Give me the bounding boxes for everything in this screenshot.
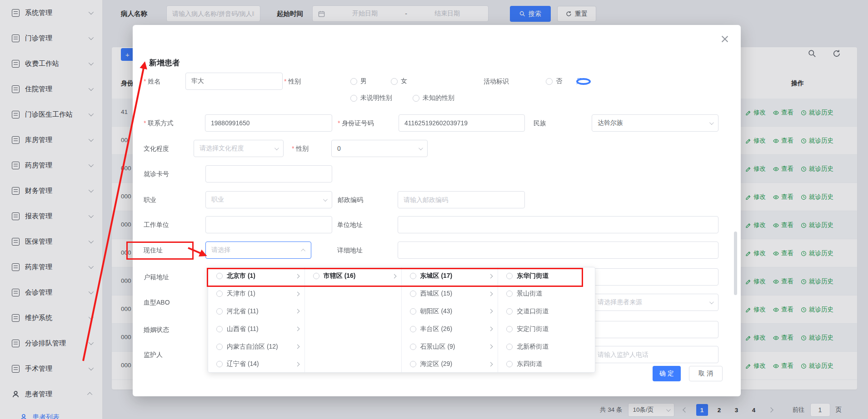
- gender-code-label: 性别: [292, 144, 309, 153]
- patient-source-select[interactable]: 请选择患者来源: [592, 294, 718, 311]
- cancel-button[interactable]: 取 消: [689, 366, 723, 381]
- gender-female-radio[interactable]: 女: [391, 77, 407, 86]
- cascader-option[interactable]: 东华门街道: [498, 267, 595, 285]
- radio-icon: [506, 308, 513, 315]
- current-address-label: 现住址: [144, 246, 163, 255]
- radio-icon: [410, 308, 416, 315]
- cascader-option[interactable]: 东四街道: [498, 355, 595, 372]
- confirm-button[interactable]: 确 定: [653, 366, 681, 381]
- cascader-option[interactable]: 河北省 (11): [208, 303, 304, 320]
- cascader-option[interactable]: 交道口街道: [498, 303, 595, 320]
- radio-icon: [216, 273, 223, 279]
- radio-icon: [410, 361, 416, 367]
- gender-unknown-radio[interactable]: 未知的性别: [413, 94, 454, 103]
- current-address-select[interactable]: 请选择: [205, 242, 311, 259]
- radio-icon: [350, 95, 357, 102]
- radio-icon: [216, 308, 223, 315]
- radio-icon: [350, 78, 357, 85]
- cascader-option[interactable]: 石景山区 (9): [402, 338, 498, 355]
- cascader-option[interactable]: 北京市 (1): [208, 267, 304, 285]
- cascader-option[interactable]: 北新桥街道: [498, 338, 595, 355]
- chevron-right-icon: [392, 274, 396, 278]
- radio-icon: [216, 326, 223, 332]
- cascader-option[interactable]: 山西省 (11): [208, 320, 304, 338]
- cascader-option[interactable]: 内蒙古自治区 (12): [208, 338, 304, 355]
- gender-code-select[interactable]: 0: [331, 140, 428, 157]
- chevron-down-icon: [274, 146, 279, 150]
- work-unit-input[interactable]: [205, 216, 332, 233]
- radio-icon: [410, 291, 416, 297]
- cascader-option[interactable]: 朝阳区 (43): [402, 303, 498, 320]
- chevron-right-icon: [489, 274, 493, 278]
- chevron-down-icon: [709, 300, 714, 304]
- radio-icon: [391, 78, 398, 85]
- add-patient-modal: 新增患者 姓名 性别 男 女 未说明性别 未知的性别 活动标识 否 是 联系方式…: [133, 25, 741, 396]
- chevron-right-icon: [295, 327, 299, 331]
- postal-code-label: 邮政编码: [338, 195, 363, 204]
- cascader-option[interactable]: 丰台区 (26): [402, 320, 498, 338]
- chevron-right-icon: [295, 291, 299, 296]
- gender-unspecified-radio[interactable]: 未说明性别: [350, 94, 392, 103]
- cascader-option[interactable]: 安定门街道: [498, 320, 595, 338]
- work-address-input[interactable]: [398, 216, 718, 233]
- active-flag-label: 活动标识: [484, 77, 509, 86]
- cascader-city-column: 市辖区 (16): [305, 267, 402, 372]
- radio-icon: [506, 291, 513, 297]
- chevron-right-icon: [295, 309, 299, 314]
- cascader-province-column: 北京市 (1) 天津市 (1) 河北省 (11) 山西省: [208, 267, 305, 372]
- id-number-input[interactable]: [399, 114, 525, 132]
- chevron-right-icon: [489, 327, 493, 331]
- radio-icon: [506, 344, 513, 350]
- chevron-down-icon: [419, 146, 423, 150]
- cascader-option[interactable]: 景山街道: [498, 285, 595, 303]
- guardian-phone-input[interactable]: [592, 346, 718, 363]
- id-number-label: 身份证号码: [338, 118, 374, 128]
- radio-icon: [216, 361, 223, 367]
- chevron-right-icon: [489, 345, 493, 349]
- household-address-label: 户籍地址: [144, 272, 169, 281]
- cascader-option[interactable]: 西城区 (15): [402, 285, 498, 303]
- active-flag-no-radio[interactable]: 否: [546, 77, 562, 86]
- radio-icon: [216, 291, 223, 297]
- cascader-option[interactable]: 海淀区 (29): [402, 355, 498, 372]
- chevron-down-icon: [709, 120, 714, 125]
- cascader-option[interactable]: 辽宁省 (14): [208, 355, 304, 372]
- occupation-label: 职业: [144, 195, 156, 204]
- chevron-right-icon: [489, 291, 493, 296]
- ethnicity-label: 民族: [534, 118, 546, 128]
- active-flag-yes-radio[interactable]: 是: [576, 77, 583, 86]
- postal-code-input[interactable]: [398, 191, 525, 208]
- radio-icon: [506, 361, 513, 367]
- radio-icon: [410, 273, 416, 279]
- modal-scrollbar-thumb[interactable]: [734, 232, 737, 295]
- ethnicity-select[interactable]: 达斡尔族: [592, 114, 718, 132]
- cascader-option[interactable]: 市辖区 (16): [305, 267, 401, 285]
- education-select[interactable]: 请选择文化程度: [194, 140, 284, 157]
- radio-icon: [413, 95, 419, 102]
- radio-icon: [313, 273, 319, 279]
- name-input[interactable]: [185, 73, 283, 90]
- radio-icon: [216, 344, 223, 350]
- chevron-up-icon: [301, 248, 305, 253]
- chevron-right-icon: [489, 362, 493, 366]
- detail-address-label: 详细地址: [337, 246, 363, 255]
- cascader-option[interactable]: 天津市 (1): [208, 285, 304, 303]
- cascader-district-column: 东城区 (17) 西城区 (15) 朝阳区 (43) 丰台: [402, 267, 499, 372]
- gender-label: 性别: [284, 77, 301, 86]
- contact-label: 联系方式: [144, 118, 173, 128]
- name-label: 姓名: [144, 77, 160, 86]
- address-cascader-panel: 北京市 (1) 天津市 (1) 河北省 (11) 山西省: [208, 267, 595, 373]
- guardian-label: 监护人: [144, 350, 163, 359]
- visit-card-label: 就诊卡号: [144, 169, 169, 178]
- close-icon[interactable]: [721, 35, 729, 43]
- chevron-right-icon: [489, 309, 493, 314]
- occupation-select[interactable]: 职业: [205, 191, 332, 208]
- gender-male-radio[interactable]: 男: [350, 77, 367, 86]
- chevron-right-icon: [295, 362, 299, 366]
- detail-address-input[interactable]: [398, 242, 718, 259]
- contact-input[interactable]: [205, 114, 332, 132]
- radio-icon: [410, 326, 416, 332]
- cascader-option[interactable]: 东城区 (17): [402, 267, 498, 285]
- chevron-right-icon: [295, 345, 299, 349]
- visit-card-input[interactable]: [205, 165, 332, 182]
